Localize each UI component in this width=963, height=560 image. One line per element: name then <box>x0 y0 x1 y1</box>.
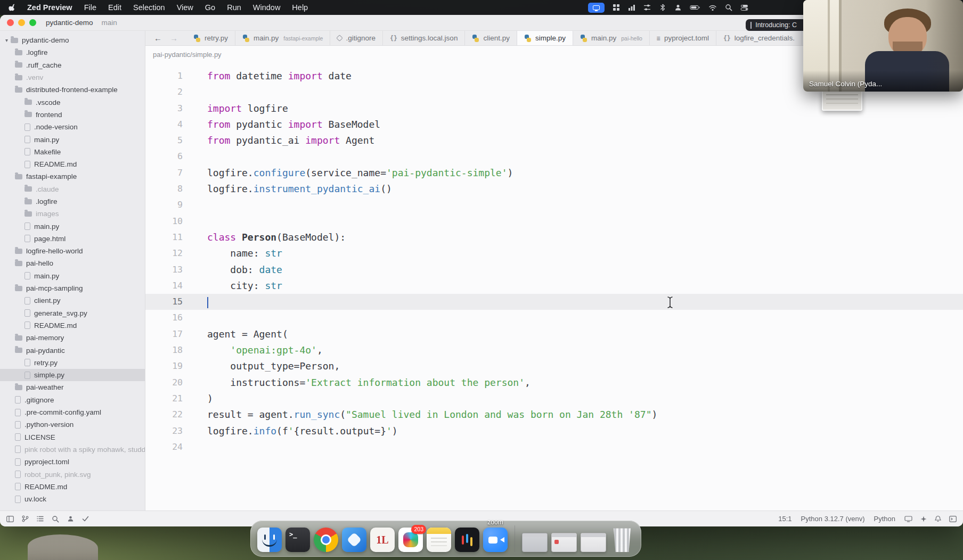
tab-gitignore[interactable]: .gitignore <box>330 31 383 45</box>
tree-item-venv[interactable]: .venv <box>0 71 145 84</box>
tree-item-readme-md[interactable]: README.md <box>0 481 145 493</box>
dock-trash[interactable] <box>610 528 634 552</box>
cursor-position[interactable]: 15:1 <box>778 515 791 523</box>
user-icon[interactable] <box>674 4 682 11</box>
dock-app-media[interactable] <box>455 528 479 552</box>
code-line[interactable]: 16 <box>145 310 963 326</box>
menu-edit[interactable]: Edit <box>108 3 121 12</box>
notification-banner[interactable]: Introducing: C <box>746 19 803 31</box>
dock-app-one-l[interactable]: 1L <box>370 528 395 552</box>
tree-item-page-html[interactable]: page.html <box>0 233 145 245</box>
project-title[interactable]: pydantic-demo <box>46 19 93 27</box>
search-icon[interactable] <box>725 4 732 11</box>
bluetooth-icon[interactable] <box>659 4 666 11</box>
minimized-window-thumbnail[interactable] <box>581 533 606 552</box>
webcam-overlay[interactable]: Samuel Colvin (Pyda... <box>803 0 963 92</box>
tree-item-main-py[interactable]: main.py <box>0 220 145 232</box>
code-line[interactable]: 17agent = Agent( <box>145 326 963 342</box>
tab-pyproject-toml[interactable]: ≡pyproject.toml <box>650 31 716 45</box>
tree-item-readme-md[interactable]: README.md <box>0 319 145 332</box>
tree-item-simple-py[interactable]: simple.py <box>0 369 145 381</box>
grid-icon[interactable] <box>613 4 620 11</box>
tab-logfire-credentials[interactable]: {}logfire_credentials. <box>716 31 802 45</box>
tree-item-pyproject-toml[interactable]: pyproject.toml <box>0 456 145 468</box>
battery-icon[interactable] <box>690 4 700 11</box>
minimize-button[interactable] <box>18 19 25 26</box>
code-line[interactable]: 4from pydantic import BaseModel <box>145 117 963 133</box>
git-branch-label[interactable]: main <box>102 19 117 27</box>
close-button[interactable] <box>7 19 14 26</box>
menu-go[interactable]: Go <box>205 3 215 12</box>
code-line[interactable]: 6 <box>145 149 963 164</box>
tree-item-logfire[interactable]: .logfire <box>0 195 145 208</box>
zoom-button[interactable] <box>29 19 36 26</box>
tree-item-pai-hello[interactable]: pai-hello <box>0 257 145 269</box>
code-line[interactable]: 11class Person(BaseModel): <box>145 229 963 245</box>
tree-item-distributed-frontend-example[interactable]: distributed-frontend-example <box>0 84 145 96</box>
language-selector[interactable]: Python <box>874 515 895 523</box>
tree-item-pai-weather[interactable]: pai-weather <box>0 381 145 393</box>
tree-item-robot-punk-pink-svg[interactable]: robot_punk, pink.svg <box>0 468 145 480</box>
tree-item-readme-md[interactable]: README.md <box>0 158 145 170</box>
code-line[interactable]: 15 <box>145 294 963 310</box>
tree-item-pai-memory[interactable]: pai-memory <box>0 332 145 344</box>
menu-app-name[interactable]: Zed Preview <box>27 3 72 12</box>
outline-icon[interactable] <box>37 516 44 522</box>
tab-client-py[interactable]: client.py <box>465 31 517 45</box>
dock-app-notes[interactable] <box>427 528 451 552</box>
tree-item-pai-mcp-sampling[interactable]: pai-mcp-sampling <box>0 282 145 294</box>
tree-item-uv-lock[interactable]: uv.lock <box>0 493 145 505</box>
menu-run[interactable]: Run <box>227 3 241 12</box>
bell-icon[interactable] <box>935 515 941 522</box>
terminal-panel-icon[interactable] <box>949 516 957 522</box>
dock-app-blue-app[interactable] <box>342 528 366 552</box>
tree-item-gitignore[interactable]: .gitignore <box>0 394 145 406</box>
code-line[interactable]: 18 'openai:gpt-4o', <box>145 342 963 358</box>
minimized-window-thumbnail[interactable] <box>522 533 548 552</box>
assistant-icon[interactable] <box>920 516 927 522</box>
code-editor[interactable]: 1from datetime import date23import logfi… <box>145 63 963 510</box>
tree-item-claude[interactable]: .claude <box>0 183 145 195</box>
tree-item-logfire[interactable]: .logfire <box>0 46 145 59</box>
tree-item-pink-robot-with-a-spiky-mohawk-studded-l[interactable]: pink robot with a spiky mohawk, studded … <box>0 443 145 456</box>
sliders-icon[interactable] <box>643 4 651 11</box>
control-center-icon[interactable] <box>740 4 748 11</box>
code-line[interactable]: 20 instructions='Extract information abo… <box>145 375 963 391</box>
minimized-window-thumbnail[interactable] <box>551 533 577 552</box>
tree-item-retry-py[interactable]: retry.py <box>0 357 145 369</box>
screen-icon[interactable] <box>904 516 912 522</box>
code-line[interactable]: 7logfire.configure(service_name='pai-pyd… <box>145 165 963 181</box>
code-line[interactable]: 21) <box>145 391 963 407</box>
tree-item-pai-pydantic[interactable]: pai-pydantic <box>0 344 145 356</box>
collab-icon[interactable] <box>67 515 74 522</box>
code-line[interactable]: 22result = agent.run_sync("Samuel lived … <box>145 407 963 423</box>
tab-retry-py[interactable]: retry.py <box>186 31 235 45</box>
tab-main-py[interactable]: main.pyfastapi-example <box>235 31 330 45</box>
dock-app-terminal[interactable] <box>285 528 310 552</box>
dock-app-chrome[interactable] <box>314 528 338 552</box>
code-line[interactable]: 12 name: str <box>145 245 963 261</box>
diagnostics-check-icon[interactable] <box>82 516 89 522</box>
tree-item-node-version[interactable]: .node-version <box>0 121 145 133</box>
code-line[interactable]: 5from pydantic_ai import Agent <box>145 133 963 149</box>
tree-item-python-version[interactable]: .python-version <box>0 418 145 431</box>
code-line[interactable]: 13 dob: date <box>145 262 963 278</box>
tree-item-makefile[interactable]: Makefile <box>0 146 145 158</box>
chart-icon[interactable] <box>628 4 635 11</box>
code-line[interactable]: 23logfire.info(f'{result.output=}') <box>145 423 963 439</box>
nav-back-button[interactable]: ← <box>154 34 162 43</box>
menu-help[interactable]: Help <box>292 3 308 12</box>
code-line[interactable]: 8logfire.instrument_pydantic_ai() <box>145 181 963 197</box>
menu-selection[interactable]: Selection <box>133 3 165 12</box>
tree-item-pydantic-demo[interactable]: ▾pydantic-demo <box>0 34 145 46</box>
screen-share-icon[interactable] <box>588 3 605 13</box>
tree-item-main-py[interactable]: main.py <box>0 270 145 282</box>
tree-item-logfire-hello-world[interactable]: logfire-hello-world <box>0 245 145 257</box>
menu-file[interactable]: File <box>84 3 96 12</box>
tab-main-py[interactable]: main.pypai-hello <box>573 31 650 45</box>
tree-item-license[interactable]: LICENSE <box>0 431 145 443</box>
tree-item-pre-commit-config-yaml[interactable]: .pre-commit-config.yaml <box>0 406 145 418</box>
tree-item-fastapi-example[interactable]: fastapi-example <box>0 170 145 183</box>
project-panel-icon[interactable] <box>6 516 14 522</box>
tab-simple-py[interactable]: simple.py <box>517 31 573 45</box>
